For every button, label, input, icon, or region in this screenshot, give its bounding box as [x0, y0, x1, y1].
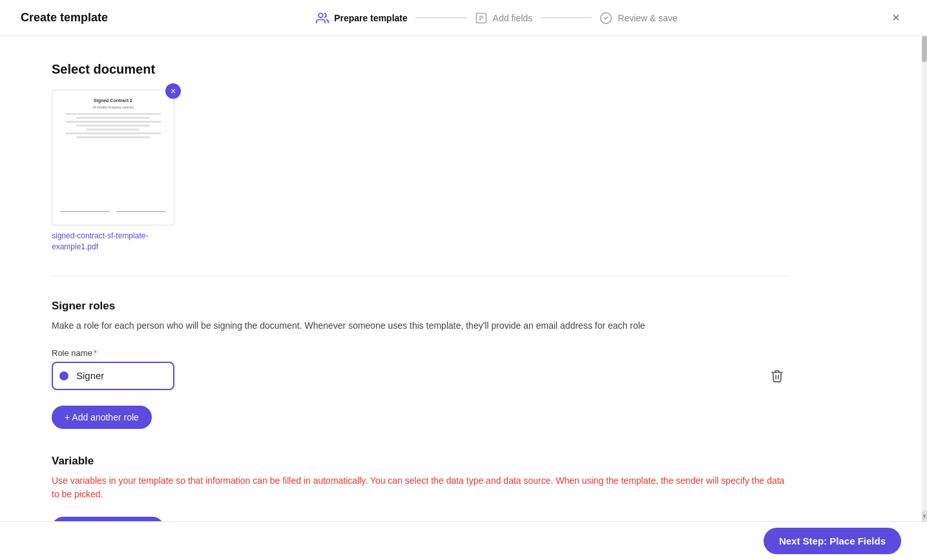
- step-add-fields-label: Add fields: [493, 13, 532, 23]
- role-input-wrapper: [52, 362, 174, 390]
- doc-line-1: [65, 113, 161, 115]
- scrollbar-thumb[interactable]: [922, 36, 927, 62]
- doc-line-2: [76, 117, 151, 119]
- section-divider-1: [52, 276, 788, 276]
- role-row: [52, 362, 788, 390]
- signer-roles-title: Signer roles: [52, 300, 788, 313]
- document-thumbnail: Signed Contract 2 24 months Analytics co…: [52, 90, 174, 225]
- add-variable-button[interactable]: + Add a new variable: [52, 517, 164, 521]
- document-card: Signed Contract 2 24 months Analytics co…: [52, 90, 174, 253]
- window-scrollbar[interactable]: ▲ ▼: [922, 36, 927, 521]
- step-review: Review & save: [599, 12, 678, 25]
- next-step-button[interactable]: Next Step: Place Fields: [764, 528, 901, 554]
- variable-title: Variable: [52, 455, 788, 468]
- doc-line-4: [76, 125, 151, 127]
- review-icon: [599, 12, 612, 25]
- fields-icon: [475, 12, 488, 25]
- step-review-label: Review & save: [618, 13, 678, 23]
- role-required-marker: *: [94, 348, 97, 358]
- variable-description: Use variables in your template so that i…: [52, 474, 788, 501]
- header: Create template Prepare template: [0, 0, 927, 36]
- doc-line-7: [76, 136, 151, 138]
- doc-line-3: [65, 121, 161, 123]
- signer-roles-section: Signer roles Make a role for each person…: [52, 300, 788, 429]
- delete-role-button[interactable]: [766, 365, 788, 387]
- doc-title: Signed Contract 2: [94, 98, 132, 103]
- scrollbar-arrow-down[interactable]: ▼: [922, 511, 927, 521]
- main-content: Select document Signed Contract 2 24 mon…: [0, 36, 840, 521]
- users-icon: [316, 12, 329, 25]
- signer-roles-description: Make a role for each person who will be …: [52, 319, 788, 333]
- role-name-input[interactable]: [52, 362, 174, 390]
- stepper: Prepare template Add fields: [316, 12, 678, 25]
- svg-point-0: [318, 13, 323, 17]
- step-divider-1: [415, 17, 467, 18]
- doc-subtitle: 24 months Analytics contract: [92, 105, 134, 109]
- step-divider-2: [540, 17, 592, 18]
- variable-section: Variable Use variables in your template …: [52, 455, 788, 521]
- doc-line-6: [65, 132, 161, 134]
- step-add-fields: Add fields: [475, 12, 532, 25]
- select-document-title: Select document: [52, 62, 788, 77]
- document-filename: signed-contract-sf-template-example1.pdf: [52, 231, 174, 253]
- step-prepare: Prepare template: [316, 12, 408, 25]
- role-input-container: Role name*: [52, 348, 788, 390]
- page-title: Create template: [21, 11, 108, 25]
- remove-document-button[interactable]: ×: [165, 83, 181, 99]
- doc-sign-area: [60, 199, 166, 212]
- select-document-section: Select document Signed Contract 2 24 mon…: [52, 62, 788, 253]
- doc-sign-line-1: [60, 199, 110, 212]
- add-another-role-button[interactable]: + Add another role: [52, 406, 152, 429]
- role-name-label: Role name*: [52, 348, 788, 358]
- doc-line-5: [87, 129, 140, 130]
- doc-sign-line-2: [116, 199, 166, 212]
- step-prepare-label: Prepare template: [334, 13, 408, 23]
- main-scroll-area[interactable]: Select document Signed Contract 2 24 mon…: [0, 36, 927, 521]
- close-button[interactable]: ×: [886, 8, 906, 28]
- footer: Next Step: Place Fields: [0, 521, 927, 560]
